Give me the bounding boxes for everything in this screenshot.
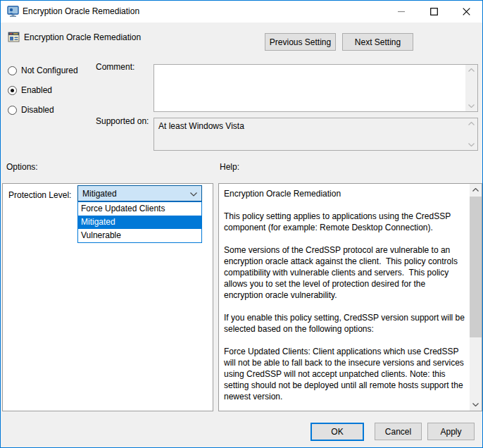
minimize-button[interactable] — [385, 1, 418, 23]
scrollbar-thumb[interactable] — [470, 197, 482, 337]
scroll-down-icon — [468, 143, 475, 147]
combobox-selected-value: Mitigated — [78, 189, 117, 199]
options-section-label: Options: — [6, 162, 38, 172]
radio-label: Disabled — [21, 105, 54, 115]
help-text: Encryption Oracle Remediation This polic… — [219, 184, 470, 411]
maximize-button[interactable] — [418, 1, 450, 23]
protection-level-combobox[interactable]: Mitigated — [77, 185, 202, 201]
protection-level-label: Protection Level: — [8, 190, 71, 200]
close-icon — [463, 8, 470, 15]
radio-circle — [8, 86, 17, 95]
minimize-icon — [398, 8, 406, 15]
title-bar[interactable]: Encryption Oracle Remediation — [1, 1, 482, 23]
help-paragraph: If you enable this policy setting, CredS… — [224, 312, 465, 335]
window-title: Encryption Oracle Remediation — [23, 1, 139, 23]
scroll-up-icon — [472, 188, 479, 192]
comment-scrollbar[interactable] — [465, 65, 477, 111]
supported-on-value: At least Windows Vista — [158, 121, 244, 131]
combobox-dropdown-list: Force Updated Clients Mitigated Vulnerab… — [77, 201, 202, 243]
help-panel: Encryption Oracle Remediation This polic… — [218, 183, 482, 411]
help-paragraph: Force Updated Clients: Client applicatio… — [224, 346, 465, 402]
radio-circle — [8, 106, 17, 115]
scroll-down-button[interactable] — [470, 399, 482, 411]
radio-label: Enabled — [21, 85, 52, 95]
radio-disabled[interactable]: Disabled — [8, 104, 54, 116]
comment-label: Comment: — [96, 62, 134, 72]
apply-button[interactable]: Apply — [427, 423, 475, 440]
dropdown-option-vulnerable[interactable]: Vulnerable — [78, 229, 201, 242]
radio-label: Not Configured — [21, 66, 78, 75]
dropdown-option-mitigated[interactable]: Mitigated — [78, 216, 201, 229]
cancel-button[interactable]: Cancel — [375, 423, 422, 440]
help-section-label: Help: — [220, 162, 239, 172]
scroll-down-icon — [472, 403, 479, 406]
dropdown-option-force-updated-clients[interactable]: Force Updated Clients — [78, 202, 201, 216]
help-paragraph: This policy setting applies to applicati… — [224, 211, 465, 233]
scroll-up-button[interactable] — [470, 184, 482, 196]
supported-on-box[interactable]: At least Windows Vista — [153, 118, 478, 151]
radio-not-configured[interactable]: Not Configured — [8, 65, 78, 76]
supported-on-scrollbar[interactable] — [465, 118, 477, 150]
radio-enabled[interactable]: Enabled — [8, 85, 52, 96]
help-paragraph: Encryption Oracle Remediation — [224, 188, 465, 199]
setting-name: Encryption Oracle Remediation — [24, 32, 141, 43]
next-setting-button[interactable]: Next Setting — [342, 33, 413, 51]
radio-circle — [8, 66, 17, 75]
app-icon — [7, 6, 19, 18]
ok-button[interactable]: OK — [310, 423, 364, 441]
options-panel: Protection Level: Mitigated Force Update… — [2, 183, 213, 411]
policy-setting-icon — [8, 31, 20, 43]
chevron-down-icon — [190, 192, 197, 197]
maximize-icon — [430, 8, 438, 15]
scroll-down-icon — [468, 104, 475, 108]
comment-input[interactable] — [154, 65, 465, 111]
close-button[interactable] — [450, 1, 482, 23]
help-paragraph: Some versions of the CredSSP protocol ar… — [224, 244, 465, 301]
supported-on-label: Supported on: — [96, 116, 149, 126]
help-scrollbar[interactable] — [470, 184, 482, 411]
dialog-window: Encryption Oracle Remediation Encryption… — [0, 0, 483, 448]
comment-box — [153, 64, 478, 112]
previous-setting-button[interactable]: Previous Setting — [265, 33, 336, 51]
scroll-up-icon — [468, 68, 475, 72]
scroll-up-icon — [468, 122, 475, 125]
